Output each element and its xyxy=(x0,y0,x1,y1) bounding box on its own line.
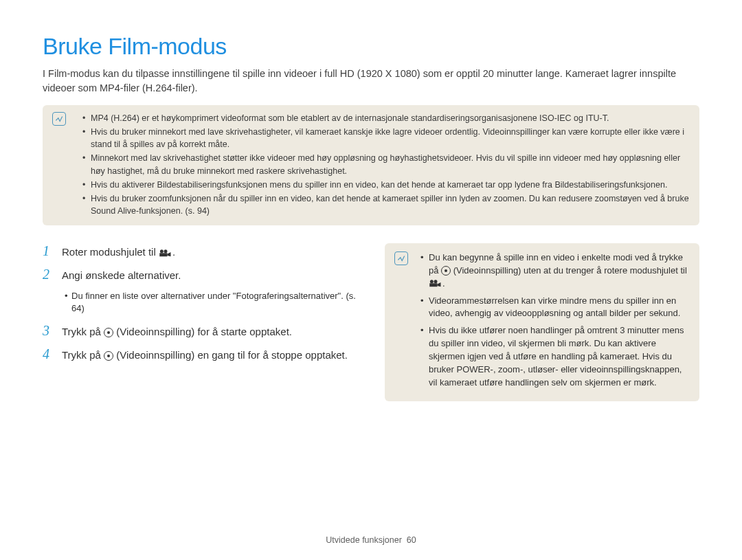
top-note-item: Hvis du aktiverer Bildestabiliseringsfun… xyxy=(84,179,690,191)
step-text-fragment: Roter modushjulet til xyxy=(62,246,159,258)
step-text-fragment: . xyxy=(172,246,175,258)
note-icon xyxy=(394,251,408,265)
record-button-icon xyxy=(104,351,113,361)
side-note-item: Videorammestørrelsen kan virke mindre me… xyxy=(422,295,690,321)
svg-point-0 xyxy=(160,249,164,253)
step-text: Trykk på (Videoinnspilling) en gang til … xyxy=(62,346,348,363)
step-number: 1 xyxy=(43,243,54,258)
svg-point-1 xyxy=(164,249,167,253)
step-text-fragment: Trykk på xyxy=(62,349,104,361)
step-number: 2 xyxy=(43,267,54,282)
step-text: Trykk på (Videoinnspilling) for å starte… xyxy=(62,323,292,339)
step-1: 1 Roter modushjulet til . xyxy=(43,243,357,260)
step-2: 2 Angi ønskede alternativer. xyxy=(43,267,357,283)
step-number: 3 xyxy=(43,323,54,338)
step-text: Angi ønskede alternativer. xyxy=(62,267,181,283)
side-note-column: Du kan begynne å spille inn en video i e… xyxy=(385,243,699,401)
footer-section-label: Utvidede funksjoner xyxy=(326,535,401,545)
step-text-fragment: (Videoinnspilling) for å starte opptaket… xyxy=(113,326,292,337)
top-note-item: Hvis du bruker minnekort med lave skrive… xyxy=(84,126,690,150)
side-note-fragment: . xyxy=(442,278,445,289)
note-icon xyxy=(52,112,66,126)
step-text-fragment: (Videoinnspilling) en gang til for å sto… xyxy=(113,349,348,361)
page-title: Bruke Film-modus xyxy=(43,33,699,60)
top-note-item: MP4 (H.264) er et høykomprimert videofor… xyxy=(84,112,690,124)
svg-rect-2 xyxy=(159,253,167,256)
intro-paragraph: I Film-modus kan du tilpasse innstilling… xyxy=(43,67,699,96)
svg-point-4 xyxy=(430,280,434,283)
steps-column: 1 Roter modushjulet til . 2 Angi ønskede… xyxy=(43,243,357,401)
side-note-fragment: (Videoinnspilling) uten at du trenger å … xyxy=(451,265,687,276)
movie-mode-icon xyxy=(429,279,442,289)
movie-mode-icon xyxy=(159,246,172,256)
page-footer: Utvidede funksjoner 60 xyxy=(0,535,742,545)
svg-marker-7 xyxy=(438,282,441,287)
top-note-item: Minnekort med lav skrivehastighet støtte… xyxy=(84,152,690,177)
svg-rect-6 xyxy=(429,283,437,287)
side-note-box: Du kan begynne å spille inn en video i e… xyxy=(385,243,699,401)
record-button-icon xyxy=(441,266,451,276)
side-note-item: Du kan begynne å spille inn en video i e… xyxy=(422,251,690,291)
step-number: 4 xyxy=(43,346,54,361)
footer-page-number: 60 xyxy=(407,535,416,545)
step-text-fragment: Trykk på xyxy=(62,326,104,337)
step-3: 3 Trykk på (Videoinnspilling) for å star… xyxy=(43,323,357,339)
top-note-item: Hvis du bruker zoomfunksjonen når du spi… xyxy=(84,192,690,217)
top-note-box: MP4 (H.264) er et høykomprimert videofor… xyxy=(43,105,699,225)
svg-marker-3 xyxy=(167,252,170,256)
step-text: Roter modushjulet til . xyxy=(62,243,175,260)
step-4: 4 Trykk på (Videoinnspilling) en gang ti… xyxy=(43,346,357,363)
side-note-item: Hvis du ikke utfører noen handlinger på … xyxy=(422,324,690,389)
svg-point-5 xyxy=(434,280,438,283)
record-button-icon xyxy=(104,328,113,337)
step-2-subnote: Du finner en liste over alternativer und… xyxy=(65,290,357,315)
